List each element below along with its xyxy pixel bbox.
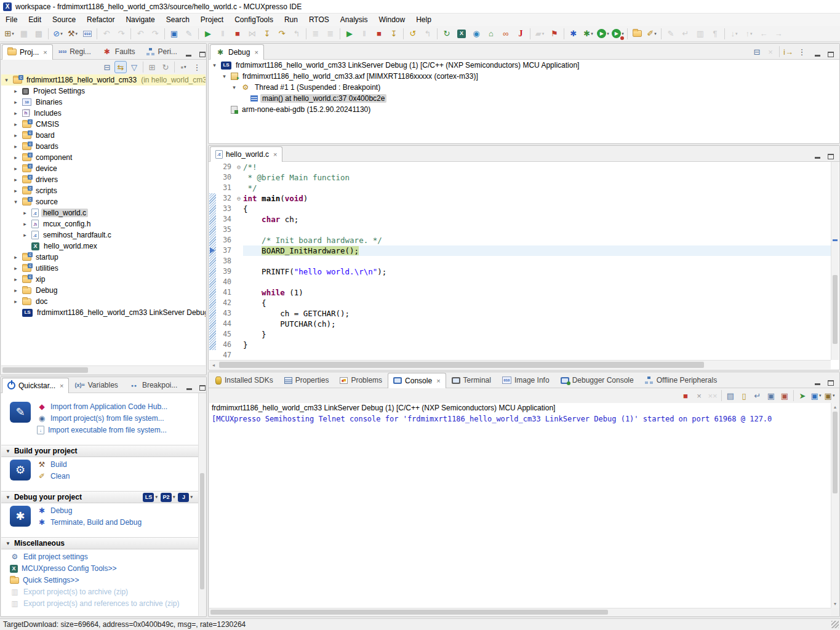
scrollbar-thumb[interactable] xyxy=(219,362,704,368)
explorer-tab-regi[interactable]: 1010Regi... xyxy=(53,44,97,59)
main-debug-button[interactable]: ✱▾ xyxy=(582,27,595,41)
close-tab-icon[interactable]: × xyxy=(273,151,277,158)
project-explorer-filter-button[interactable]: ▽ xyxy=(128,61,140,73)
scrollbar-thumb[interactable] xyxy=(833,275,838,345)
editor-tab-hello-world-c[interactable]: .chello_world.c× xyxy=(210,146,282,162)
console-vscrollbar[interactable]: ▴ ▾ xyxy=(831,403,839,608)
collapse-caret-icon[interactable]: ▼ xyxy=(6,495,10,500)
quickstart-link-import-executable-from-file-system[interactable]: ↓Import executable from file system... xyxy=(37,425,167,435)
main-link-server-button[interactable]: ∞ xyxy=(499,27,513,41)
twisty-closed-icon[interactable]: ▸ xyxy=(12,188,20,194)
editor-minimize-button[interactable] xyxy=(811,151,823,161)
tree-item-board[interactable]: ▸board xyxy=(1,130,206,141)
project-explorer-layout-button[interactable]: ⊞ xyxy=(146,61,158,73)
dropdown-caret-icon[interactable]: ▾ xyxy=(12,31,14,36)
main-home-button[interactable]: ⌂ xyxy=(484,27,498,41)
twisty-closed-icon[interactable]: ▸ xyxy=(21,232,29,238)
bottom-tab-problems[interactable]: Problems xyxy=(334,372,388,388)
twisty-closed-icon[interactable]: ▸ xyxy=(21,221,29,227)
bottom-tab-debugger-console[interactable]: Debugger Console xyxy=(555,372,639,388)
quickstart-tab-variables[interactable]: (x)=Variables xyxy=(69,377,123,393)
twisty-open-icon[interactable]: ▾ xyxy=(230,84,238,90)
explorer-tab-faults[interactable]: ✱Faults xyxy=(97,44,141,59)
close-tab-icon[interactable]: × xyxy=(254,49,258,56)
twisty-closed-icon[interactable]: ▸ xyxy=(21,210,29,216)
explorer-tab-peri[interactable]: Peri... xyxy=(141,44,183,59)
menu-window[interactable]: Window xyxy=(374,14,411,25)
twisty-closed-icon[interactable]: ▸ xyxy=(12,287,20,293)
main-step-into-alt-button[interactable]: ↧ xyxy=(387,27,401,41)
tree-item-boards[interactable]: ▸boards xyxy=(1,141,206,152)
collapse-caret-icon[interactable]: ▼ xyxy=(6,541,10,546)
quickstart-maximize-button[interactable] xyxy=(196,383,209,393)
explorer-tab-proj[interactable]: Proj...× xyxy=(2,44,53,60)
bottom-tab-console[interactable]: Console× xyxy=(388,373,446,388)
scroll-up-icon[interactable]: ▴ xyxy=(831,404,839,410)
console-output[interactable]: [MCUXpresso Semihosting Telnet console f… xyxy=(209,413,831,608)
console-remove-launch-button[interactable]: × xyxy=(693,389,705,402)
tree-item-cmsis[interactable]: ▸CMSIS xyxy=(1,119,206,130)
twisty-closed-icon[interactable]: ▸ xyxy=(12,265,20,271)
menu-file[interactable]: File xyxy=(0,14,23,25)
code-line-36[interactable]: 36 /* Init board hardware. */ xyxy=(209,235,831,245)
dropdown-caret-icon[interactable]: ▾ xyxy=(184,65,186,70)
bottom-tab-image-info[interactable]: 010Image Info xyxy=(497,372,555,388)
code-line-41[interactable]: 41 while (1) xyxy=(209,287,831,298)
project-explorer-minimize-button[interactable] xyxy=(183,49,195,59)
twisty-open-icon[interactable]: ▾ xyxy=(210,62,218,68)
dropdown-caret-icon[interactable]: ▾ xyxy=(819,393,822,398)
linkserver-badge[interactable]: LS xyxy=(143,493,154,502)
dropdown-caret-icon[interactable]: ▾ xyxy=(622,31,624,36)
quickstart-link-build[interactable]: ⚒Build xyxy=(37,460,70,469)
main-remove-all-markers-button[interactable]: ⚑ xyxy=(548,27,561,41)
tree-item-component[interactable]: ▸component xyxy=(1,152,206,163)
tree-item-hello-world-c[interactable]: ▸.chello_world.c xyxy=(1,207,206,218)
debug-tab-debug[interactable]: ✱Debug× xyxy=(210,44,264,60)
twisty-open-icon[interactable]: ▾ xyxy=(12,199,20,205)
code-line-42[interactable]: 42 { xyxy=(209,298,831,308)
tree-item-hello-world-mex[interactable]: Xhello_world.mex xyxy=(1,241,206,252)
fold-collapse-icon[interactable]: ⊖ xyxy=(234,193,243,204)
project-explorer-collapse-all-button[interactable]: ⊟ xyxy=(101,61,113,73)
tree-item-frdmimxrt1186-hello-world-cm33-axf-mimxrt1186xxxxx-cortex-m33[interactable]: ▾frdmimxrt1186_hello_world_cm33.axf [MIM… xyxy=(209,71,839,82)
twisty-closed-icon[interactable]: ▸ xyxy=(12,132,20,138)
bottom-panel-maximize-button[interactable] xyxy=(825,378,837,388)
close-tab-icon[interactable]: × xyxy=(60,382,63,389)
editor-vscrollbar[interactable] xyxy=(831,162,839,360)
menu-edit[interactable]: Edit xyxy=(23,14,47,25)
quickstart-link-clean[interactable]: ✐Clean xyxy=(37,471,70,481)
jlink-badge[interactable]: J xyxy=(178,493,189,502)
menu-rtos[interactable]: RTOS xyxy=(303,14,335,25)
code-line-43[interactable]: 43 ch = GETCHAR(); xyxy=(209,308,831,319)
tree-item-source[interactable]: ▾source xyxy=(1,196,206,207)
scroll-left-icon[interactable]: ◂ xyxy=(209,362,218,368)
quickstart-minimize-button[interactable] xyxy=(183,383,195,393)
menu-analysis[interactable]: Analysis xyxy=(335,14,374,25)
tree-item-includes[interactable]: ▸hIncludes xyxy=(1,108,206,119)
code-line-30[interactable]: 30 * @brief Main function xyxy=(209,172,831,183)
menu-run[interactable]: Run xyxy=(279,14,303,25)
main-build-button[interactable]: ⚒▾ xyxy=(66,27,79,41)
tree-item-thread-1-1-suspended-breakpoint[interactable]: ▾⚙Thread #1 1 (Suspended : Breakpoint) xyxy=(209,82,839,93)
bottom-tab-installed-sdks[interactable]: Installed SDKs xyxy=(210,372,279,388)
code-line-38[interactable]: 38 xyxy=(209,256,831,266)
main-jlink-button[interactable]: J xyxy=(514,27,527,41)
menu-help[interactable]: Help xyxy=(410,14,437,25)
code-line-39[interactable]: 39 PRINTF("hello world.\r\n"); xyxy=(209,266,831,277)
console-show-on-stderr-button[interactable]: ▣ xyxy=(778,389,791,402)
gears-tile-icon[interactable]: ⚙ xyxy=(10,460,31,480)
main-binary-utilities-button[interactable]: 010 xyxy=(81,27,94,41)
quickstart-link-mcuxpresso-config-tools[interactable]: XMCUXpresso Config Tools>> xyxy=(10,564,179,573)
console-hscrollbar[interactable] xyxy=(209,608,831,616)
debug-view-show-full-paths-button[interactable]: i→ xyxy=(782,46,794,58)
tree-item-frdmimxrt1186-hello-world-cm33[interactable]: ▾frdmimxrt1186_hello_world_cm33 (in hell… xyxy=(1,74,206,86)
dropdown-caret-icon[interactable]: ▾ xyxy=(833,393,835,398)
console-terminate-console-button[interactable]: ■ xyxy=(679,389,692,402)
code-line-37[interactable]: 37 BOARD_InitHardware(); xyxy=(209,245,831,256)
dropdown-caret-icon[interactable]: ▾ xyxy=(76,31,78,36)
project-explorer-link-with-editor-button[interactable]: ⇆ xyxy=(114,61,127,73)
new-project-tile-icon[interactable]: ✎ xyxy=(10,402,31,423)
tree-item-mcux-config-h[interactable]: ▸.hmcux_config.h xyxy=(1,218,206,229)
twisty-closed-icon[interactable]: ▸ xyxy=(12,110,20,116)
twisty-closed-icon[interactable]: ▸ xyxy=(12,177,20,183)
